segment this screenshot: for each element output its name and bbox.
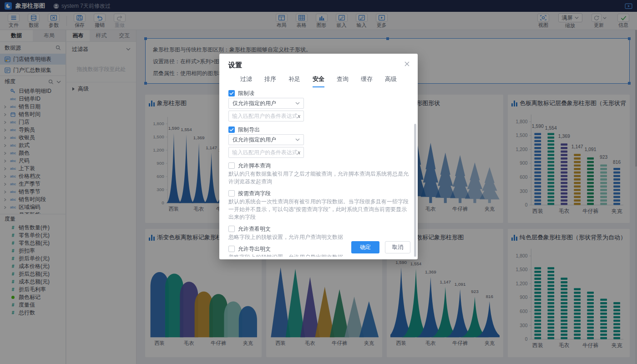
- modal-scrollbar-thumb[interactable]: [414, 124, 416, 257]
- expression-input[interactable]: [232, 149, 298, 156]
- modal-tab-排序[interactable]: 排序: [264, 75, 276, 87]
- option-checkbox[interactable]: 按需查询字段: [228, 190, 409, 197]
- checkbox-label: 限制读: [238, 90, 254, 97]
- restrict-export-user-select[interactable]: 仅允许指定的用户: [228, 134, 304, 145]
- restrict-read-user-select[interactable]: 仅允许指定的用户: [228, 98, 304, 109]
- checkbox-label: 允许脚本查询: [238, 162, 271, 170]
- checkbox-label: 按需查询字段: [238, 190, 271, 197]
- settings-modal: 设置 过滤排序补足安全查询缓存高级 限制读 仅允许指定的用户 x 限制导出 仅允…: [219, 54, 418, 259]
- modal-tab-查询[interactable]: 查询: [337, 75, 349, 87]
- modal-tab-过滤[interactable]: 过滤: [240, 75, 252, 87]
- modal-tabs: 过滤排序补足安全查询缓存高级: [228, 75, 409, 87]
- checkbox-label: 允许导出明文: [238, 245, 271, 253]
- formula-icon[interactable]: x: [298, 149, 300, 156]
- restrict-export-expression-field[interactable]: x: [228, 147, 304, 158]
- modal-tab-安全[interactable]: 安全: [313, 75, 324, 87]
- checkbox-checked-icon[interactable]: [228, 126, 235, 133]
- modal-footer: 确定 取消: [351, 241, 410, 253]
- restrict-read-expression-field[interactable]: x: [228, 111, 304, 121]
- checkbox-unchecked-icon[interactable]: [228, 190, 235, 197]
- modal-tab-补足[interactable]: 补足: [288, 75, 300, 87]
- option-description: 默认的只有数据集被引用了之后才能被查询，允许脚本查询后系统将总是允许浏览器发起查…: [228, 170, 409, 186]
- option-checkbox[interactable]: 允许查看明文: [228, 226, 409, 232]
- restrict-read-checkbox[interactable]: 限制读: [228, 90, 409, 96]
- modal-header: 设置 过滤排序补足安全查询缓存高级: [219, 54, 418, 87]
- formula-icon[interactable]: x: [298, 112, 300, 120]
- checkbox-unchecked-icon[interactable]: [228, 246, 235, 252]
- select-value: 仅允许指定的用户: [233, 136, 276, 144]
- checkbox-unchecked-icon[interactable]: [228, 162, 235, 169]
- option-checkbox[interactable]: 允许脚本查询: [228, 162, 409, 169]
- restrict-export-checkbox[interactable]: 限制导出: [228, 126, 409, 133]
- select-value: 仅允许指定的用户: [233, 100, 276, 107]
- modal-tab-高级[interactable]: 高级: [385, 75, 397, 87]
- checkbox-checked-icon[interactable]: [228, 90, 235, 96]
- expression-input[interactable]: [232, 113, 298, 119]
- close-icon[interactable]: [403, 60, 410, 67]
- modal-tab-缓存[interactable]: 缓存: [361, 75, 373, 87]
- option-description: 忽略字段上的脱敏设置，允许用户查询明文数据: [228, 233, 409, 241]
- option-description: 默认的系统会一次性查询所有被引用的字段数据。当字段很多且有一些字段一开始并不显示…: [228, 198, 409, 221]
- checkbox-unchecked-icon[interactable]: [228, 226, 235, 232]
- checkbox-label: 允许查看明文: [238, 225, 271, 233]
- modal-title: 设置: [228, 61, 409, 70]
- ok-button[interactable]: 确定: [351, 241, 379, 253]
- cancel-button[interactable]: 取消: [385, 241, 410, 253]
- chevron-down-icon: [295, 102, 300, 105]
- modal-body: 限制读 仅允许指定的用户 x 限制导出 仅允许指定的用户 x 允许脚本查询默认的…: [219, 87, 418, 257]
- checkbox-label: 限制导出: [238, 126, 260, 134]
- chevron-down-icon: [295, 138, 300, 141]
- option-description: 忽略字段上的脱敏设置，允许用户导出明文数据: [228, 253, 409, 257]
